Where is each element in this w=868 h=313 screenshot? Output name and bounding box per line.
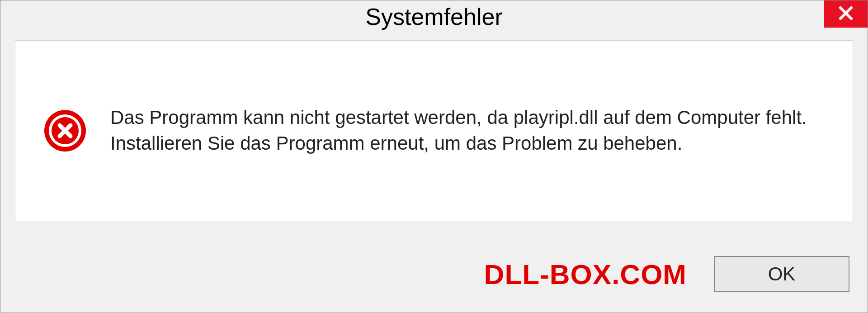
- close-button[interactable]: [824, 0, 868, 28]
- titlebar: Systemfehler: [0, 0, 868, 33]
- error-dialog: Systemfehler Das Programm kann nicht ges…: [0, 0, 868, 313]
- watermark-text: DLL-BOX.COM: [484, 258, 687, 290]
- close-icon: [838, 5, 854, 23]
- dialog-footer: DLL-BOX.COM OK: [0, 236, 868, 313]
- ok-button[interactable]: OK: [714, 256, 849, 292]
- content-panel: Das Programm kann nicht gestartet werden…: [15, 40, 853, 221]
- dialog-title: Systemfehler: [365, 3, 502, 30]
- error-icon: [42, 108, 88, 153]
- error-message: Das Programm kann nicht gestartet werden…: [110, 105, 826, 156]
